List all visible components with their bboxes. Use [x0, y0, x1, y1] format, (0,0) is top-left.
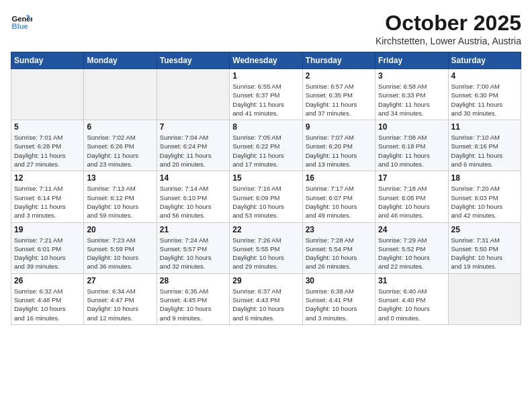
- calendar-cell: 13Sunrise: 7:13 AMSunset: 6:12 PMDayligh…: [84, 171, 157, 222]
- day-info: Sunrise: 7:07 AMSunset: 6:20 PMDaylight:…: [306, 133, 372, 169]
- day-number: 15: [232, 173, 299, 183]
- day-info: Sunrise: 6:32 AMSunset: 4:48 PMDaylight:…: [14, 287, 81, 322]
- calendar-cell: 10Sunrise: 7:08 AMSunset: 6:18 PMDayligh…: [375, 120, 448, 171]
- calendar-cell: 23Sunrise: 7:28 AMSunset: 5:54 PMDayligh…: [302, 222, 375, 273]
- day-number: 10: [378, 122, 445, 132]
- day-number: 24: [378, 225, 445, 234]
- day-number: 8: [232, 122, 299, 132]
- day-info: Sunrise: 6:58 AMSunset: 6:33 PMDaylight:…: [378, 82, 445, 118]
- day-number: 21: [160, 225, 226, 234]
- calendar-cell: 19Sunrise: 7:21 AMSunset: 6:01 PMDayligh…: [11, 222, 84, 273]
- day-number: 18: [451, 173, 518, 183]
- calendar-cell: 6Sunrise: 7:02 AMSunset: 6:26 PMDaylight…: [84, 120, 157, 171]
- day-info: Sunrise: 7:28 AMSunset: 5:54 PMDaylight:…: [306, 236, 372, 271]
- calendar-cell: 30Sunrise: 6:38 AMSunset: 4:41 PMDayligh…: [302, 273, 375, 324]
- day-number: 25: [451, 225, 518, 234]
- day-info: Sunrise: 7:13 AMSunset: 6:12 PMDaylight:…: [87, 184, 153, 220]
- day-info: Sunrise: 7:00 AMSunset: 6:30 PMDaylight:…: [451, 82, 518, 118]
- calendar-cell: 14Sunrise: 7:14 AMSunset: 6:10 PMDayligh…: [157, 171, 229, 222]
- calendar-cell: 7Sunrise: 7:04 AMSunset: 6:24 PMDaylight…: [157, 120, 229, 171]
- calendar-cell: 24Sunrise: 7:29 AMSunset: 5:52 PMDayligh…: [375, 222, 448, 273]
- day-info: Sunrise: 7:05 AMSunset: 6:22 PMDaylight:…: [232, 133, 299, 169]
- day-number: 3: [378, 71, 445, 81]
- calendar-cell: 2Sunrise: 6:57 AMSunset: 6:35 PMDaylight…: [302, 69, 375, 120]
- day-info: Sunrise: 7:24 AMSunset: 5:57 PMDaylight:…: [160, 236, 226, 271]
- day-number: 30: [306, 276, 372, 285]
- day-info: Sunrise: 6:38 AMSunset: 4:41 PMDaylight:…: [306, 287, 372, 322]
- day-info: Sunrise: 6:57 AMSunset: 6:35 PMDaylight:…: [306, 82, 372, 118]
- day-number: 4: [451, 71, 518, 81]
- day-number: 27: [87, 276, 153, 285]
- day-info: Sunrise: 7:02 AMSunset: 6:26 PMDaylight:…: [87, 133, 153, 169]
- day-number: 12: [14, 173, 81, 183]
- calendar-cell: 29Sunrise: 6:37 AMSunset: 4:43 PMDayligh…: [230, 273, 302, 324]
- day-info: Sunrise: 6:55 AMSunset: 6:37 PMDaylight:…: [232, 82, 299, 118]
- calendar-cell: 28Sunrise: 6:35 AMSunset: 4:45 PMDayligh…: [157, 273, 229, 324]
- calendar-cell: 5Sunrise: 7:01 AMSunset: 6:28 PMDaylight…: [11, 120, 84, 171]
- day-info: Sunrise: 7:21 AMSunset: 6:01 PMDaylight:…: [14, 236, 81, 271]
- col-header-saturday: Saturday: [448, 52, 521, 69]
- logo-icon: General Blue: [11, 11, 32, 32]
- day-info: Sunrise: 7:01 AMSunset: 6:28 PMDaylight:…: [14, 133, 81, 169]
- location: Kirchstetten, Lower Austria, Austria: [375, 36, 521, 46]
- day-number: 17: [378, 173, 445, 183]
- day-info: Sunrise: 7:23 AMSunset: 5:59 PMDaylight:…: [87, 236, 153, 271]
- day-info: Sunrise: 6:35 AMSunset: 4:45 PMDaylight:…: [160, 287, 226, 322]
- calendar-table: SundayMondayTuesdayWednesdayThursdayFrid…: [11, 52, 521, 325]
- day-number: 13: [87, 173, 153, 183]
- calendar-cell: 31Sunrise: 6:40 AMSunset: 4:40 PMDayligh…: [375, 273, 448, 324]
- calendar-cell: 27Sunrise: 6:34 AMSunset: 4:47 PMDayligh…: [84, 273, 157, 324]
- day-number: 28: [160, 276, 226, 285]
- day-info: Sunrise: 7:26 AMSunset: 5:55 PMDaylight:…: [232, 236, 299, 271]
- calendar-cell: 8Sunrise: 7:05 AMSunset: 6:22 PMDaylight…: [230, 120, 302, 171]
- day-number: 9: [306, 122, 372, 132]
- calendar-cell: [11, 69, 84, 120]
- calendar-week-3: 12Sunrise: 7:11 AMSunset: 6:14 PMDayligh…: [11, 171, 521, 222]
- calendar-cell: 18Sunrise: 7:20 AMSunset: 6:03 PMDayligh…: [448, 171, 521, 222]
- day-info: Sunrise: 7:16 AMSunset: 6:09 PMDaylight:…: [232, 184, 299, 220]
- col-header-wednesday: Wednesday: [230, 52, 302, 69]
- svg-text:Blue: Blue: [12, 22, 28, 30]
- calendar-cell: 21Sunrise: 7:24 AMSunset: 5:57 PMDayligh…: [157, 222, 229, 273]
- day-info: Sunrise: 7:29 AMSunset: 5:52 PMDaylight:…: [378, 236, 445, 271]
- day-info: Sunrise: 7:14 AMSunset: 6:10 PMDaylight:…: [160, 184, 226, 220]
- col-header-sunday: Sunday: [11, 52, 84, 69]
- day-number: 1: [232, 71, 299, 81]
- day-number: 20: [87, 225, 153, 234]
- day-info: Sunrise: 6:34 AMSunset: 4:47 PMDaylight:…: [87, 287, 153, 322]
- calendar-cell: 20Sunrise: 7:23 AMSunset: 5:59 PMDayligh…: [84, 222, 157, 273]
- calendar-week-1: 1Sunrise: 6:55 AMSunset: 6:37 PMDaylight…: [11, 69, 521, 120]
- calendar-cell: 1Sunrise: 6:55 AMSunset: 6:37 PMDaylight…: [230, 69, 302, 120]
- page-header: General Blue October 2025 Kirchstetten, …: [11, 11, 521, 46]
- calendar-week-5: 26Sunrise: 6:32 AMSunset: 4:48 PMDayligh…: [11, 273, 521, 324]
- day-info: Sunrise: 7:10 AMSunset: 6:16 PMDaylight:…: [451, 133, 518, 169]
- day-number: 2: [306, 71, 372, 81]
- day-number: 6: [87, 122, 153, 132]
- day-number: 5: [14, 122, 81, 132]
- day-number: 7: [160, 122, 226, 132]
- day-info: Sunrise: 6:37 AMSunset: 4:43 PMDaylight:…: [232, 287, 299, 322]
- col-header-thursday: Thursday: [302, 52, 375, 69]
- calendar-cell: 9Sunrise: 7:07 AMSunset: 6:20 PMDaylight…: [302, 120, 375, 171]
- title-block: October 2025 Kirchstetten, Lower Austria…: [375, 11, 521, 46]
- day-number: 22: [232, 225, 299, 234]
- day-info: Sunrise: 7:18 AMSunset: 6:05 PMDaylight:…: [378, 184, 445, 220]
- calendar-cell: 11Sunrise: 7:10 AMSunset: 6:16 PMDayligh…: [448, 120, 521, 171]
- day-info: Sunrise: 7:17 AMSunset: 6:07 PMDaylight:…: [306, 184, 372, 220]
- day-number: 31: [378, 276, 445, 285]
- calendar-cell: 26Sunrise: 6:32 AMSunset: 4:48 PMDayligh…: [11, 273, 84, 324]
- day-number: 19: [14, 225, 81, 234]
- calendar-cell: 25Sunrise: 7:31 AMSunset: 5:50 PMDayligh…: [448, 222, 521, 273]
- calendar-cell: 22Sunrise: 7:26 AMSunset: 5:55 PMDayligh…: [230, 222, 302, 273]
- day-info: Sunrise: 7:31 AMSunset: 5:50 PMDaylight:…: [451, 236, 518, 271]
- day-number: 29: [232, 276, 299, 285]
- day-info: Sunrise: 6:40 AMSunset: 4:40 PMDaylight:…: [378, 287, 445, 322]
- logo: General Blue: [11, 11, 32, 32]
- day-number: 11: [451, 122, 518, 132]
- calendar-cell: [448, 273, 521, 324]
- calendar-cell: 4Sunrise: 7:00 AMSunset: 6:30 PMDaylight…: [448, 69, 521, 120]
- day-number: 16: [306, 173, 372, 183]
- day-number: 26: [14, 276, 81, 285]
- day-number: 23: [306, 225, 372, 234]
- calendar-cell: 12Sunrise: 7:11 AMSunset: 6:14 PMDayligh…: [11, 171, 84, 222]
